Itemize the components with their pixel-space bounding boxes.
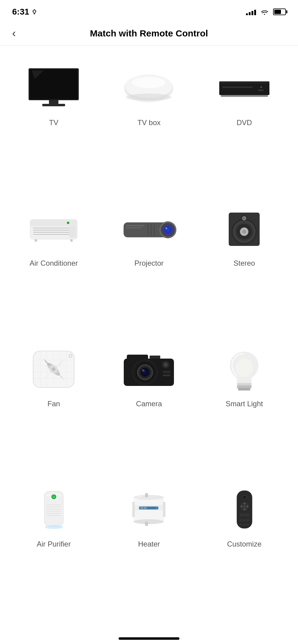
device-label-customize: Customize	[227, 540, 262, 548]
svg-rect-93	[238, 388, 250, 390]
tvbox-icon	[119, 64, 179, 112]
svg-rect-87	[163, 371, 170, 373]
svg-rect-37	[126, 227, 141, 228]
wifi-icon	[260, 9, 269, 15]
device-item-airpurifier[interactable]: Air Purifier	[6, 476, 101, 617]
svg-rect-4	[42, 104, 65, 106]
svg-point-111	[133, 519, 164, 524]
svg-rect-14	[219, 81, 269, 84]
svg-rect-116	[147, 507, 156, 509]
airpurifier-icon	[23, 485, 84, 534]
svg-rect-26	[35, 239, 37, 242]
svg-point-137	[240, 523, 242, 526]
svg-point-9	[126, 94, 172, 101]
battery-icon	[273, 9, 286, 15]
device-label-heater: Heater	[138, 540, 160, 548]
status-icons	[246, 9, 286, 15]
svg-rect-119	[132, 502, 135, 517]
svg-rect-3	[49, 100, 58, 104]
svg-point-89	[164, 363, 167, 366]
bottom-bar	[0, 626, 298, 644]
svg-point-131	[239, 513, 243, 517]
device-item-stereo[interactable]: Stereo	[197, 195, 292, 336]
customize-icon	[214, 485, 275, 534]
svg-point-126	[244, 503, 245, 504]
svg-point-139	[247, 523, 249, 526]
svg-rect-88	[163, 375, 170, 376]
device-item-dvd[interactable]: DVD	[197, 55, 292, 195]
svg-rect-25	[70, 226, 76, 238]
device-label-fan: Fan	[47, 400, 60, 408]
svg-point-133	[246, 513, 250, 517]
svg-rect-90	[237, 383, 251, 385]
device-label-tvbox: TV box	[137, 118, 161, 127]
svg-rect-23	[30, 223, 77, 226]
device-label-tv: TV	[49, 118, 58, 127]
svg-rect-13	[258, 90, 264, 91]
signal-icon	[246, 9, 256, 15]
device-item-smartlight[interactable]: Smart Light	[197, 336, 292, 476]
device-label-dvd: DVD	[237, 118, 252, 127]
location-icon	[32, 9, 37, 15]
device-item-ac[interactable]: Air Conditioner	[6, 195, 101, 336]
svg-point-114	[141, 507, 143, 509]
stereo-icon	[214, 204, 275, 253]
smartlight-icon	[214, 345, 275, 394]
svg-point-108	[45, 525, 63, 529]
device-item-heater[interactable]: Heater	[101, 476, 196, 617]
svg-point-35	[165, 227, 167, 229]
fan-icon	[23, 345, 84, 394]
dvd-icon	[214, 64, 275, 112]
svg-rect-117	[145, 493, 148, 497]
tv-icon	[23, 64, 84, 112]
device-item-projector[interactable]: Projector	[101, 195, 196, 336]
svg-rect-74	[150, 356, 160, 359]
svg-rect-11	[222, 87, 253, 88]
svg-point-130	[243, 505, 246, 508]
svg-point-52	[243, 217, 245, 220]
svg-point-24	[67, 222, 69, 224]
svg-point-134	[240, 519, 243, 522]
back-button[interactable]: ‹	[12, 27, 16, 40]
svg-point-138	[243, 523, 246, 526]
svg-point-128	[241, 506, 242, 507]
header: ‹ Match with Remote Control	[0, 21, 298, 46]
svg-point-8	[132, 77, 165, 88]
svg-point-97	[236, 359, 253, 377]
device-item-tv[interactable]: TV	[6, 55, 101, 195]
device-label-camera: Camera	[136, 400, 162, 408]
home-indicator	[119, 637, 179, 640]
heater-icon	[119, 485, 179, 534]
svg-rect-15	[221, 95, 268, 97]
svg-point-124	[243, 496, 246, 499]
svg-point-127	[244, 509, 245, 510]
device-item-camera[interactable]: Camera	[101, 336, 196, 476]
svg-point-84	[142, 370, 144, 371]
svg-point-129	[247, 506, 248, 507]
svg-rect-118	[145, 522, 148, 526]
svg-rect-27	[70, 239, 73, 242]
device-label-ac: Air Conditioner	[29, 259, 78, 267]
svg-rect-92	[237, 387, 251, 388]
svg-point-115	[144, 507, 146, 509]
svg-point-136	[246, 519, 249, 522]
svg-point-49	[242, 230, 246, 234]
svg-point-101	[52, 495, 55, 498]
ac-icon	[23, 204, 84, 253]
device-item-customize[interactable]: Customize	[197, 476, 292, 617]
svg-rect-36	[126, 225, 144, 226]
device-grid: TV TV box	[0, 46, 298, 626]
svg-point-135	[243, 519, 246, 522]
device-label-smartlight: Smart Light	[226, 400, 263, 408]
device-label-airpurifier: Air Purifier	[37, 540, 71, 548]
svg-rect-120	[163, 502, 165, 517]
device-item-fan[interactable]: Fan	[6, 336, 101, 476]
device-item-tvbox[interactable]: TV box	[101, 55, 196, 195]
svg-point-12	[260, 86, 262, 88]
status-time: 6:31	[12, 7, 37, 17]
status-bar: 6:31	[0, 0, 298, 21]
svg-point-132	[243, 513, 246, 517]
device-label-stereo: Stereo	[234, 259, 255, 267]
device-label-projector: Projector	[134, 259, 164, 267]
camera-icon	[119, 345, 179, 394]
